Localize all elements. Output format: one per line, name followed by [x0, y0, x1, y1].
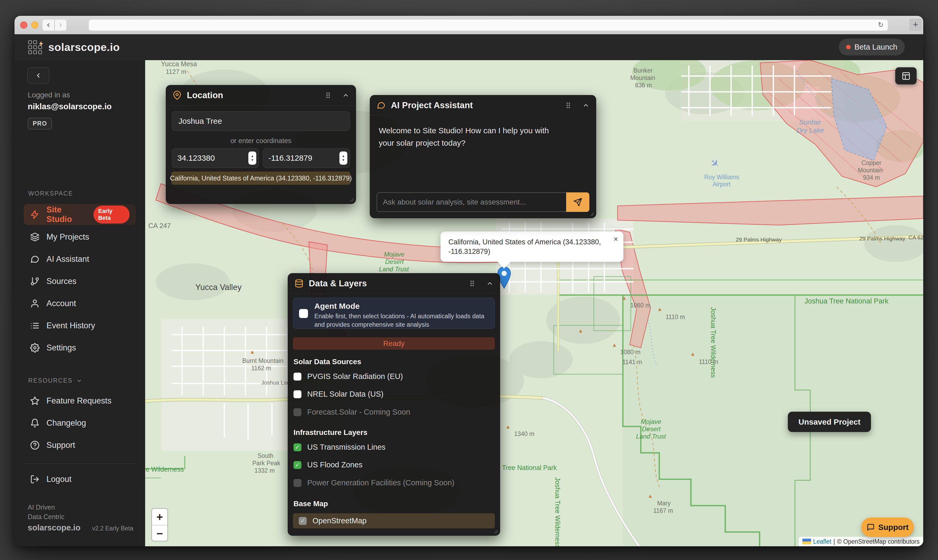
star-icon [30, 396, 40, 406]
checkbox-row-nrel[interactable]: NREL Solar Data (US) [294, 390, 383, 398]
infrastructure-layers-heading: Infrastructure Layers [294, 428, 368, 437]
sidebar-item-site-studio[interactable]: Site Studio Early Beta [24, 204, 136, 225]
layout-panel-icon [901, 72, 911, 80]
lightning-icon [30, 210, 40, 219]
ukraine-flag-icon [802, 538, 811, 545]
divider [24, 463, 136, 464]
sidebar-item-label: Settings [46, 343, 76, 352]
zoom-out-button[interactable]: − [152, 525, 167, 542]
sidebar-item-label: Changelog [46, 418, 86, 428]
resize-handle[interactable] [589, 211, 594, 216]
checkbox-checked-icon[interactable] [294, 443, 301, 451]
beta-launch-badge: Beta Launch [839, 38, 905, 55]
checkbox-row-flood-zones[interactable]: US Flood Zones [294, 460, 363, 469]
browser-back-button[interactable] [42, 19, 54, 31]
geocode-result[interactable]: California, United States of America (34… [171, 172, 351, 185]
latitude-input[interactable]: 34.123380 [172, 148, 259, 168]
minimize-window-button[interactable] [31, 22, 38, 29]
help-circle-icon [30, 440, 40, 450]
checkbox-row-transmission-lines[interactable]: US Transmission Lines [294, 443, 386, 452]
footer-version: v2.2 Early Beta [92, 525, 133, 532]
send-icon [573, 198, 582, 207]
chevron-down-icon [76, 378, 82, 384]
assistant-input-row [377, 192, 589, 212]
drag-handle-icon[interactable] [566, 102, 570, 108]
sidebar-item-label: Support [46, 440, 75, 450]
sidebar-item-support[interactable]: Support [24, 435, 136, 456]
sidebar: Logged in as niklas@solarscope.io PRO WO… [14, 60, 145, 546]
assistant-message-input[interactable] [377, 192, 566, 212]
footer-tagline-2: Data Centric [28, 512, 133, 522]
collapse-panel-button[interactable] [486, 280, 493, 287]
collapse-panel-button[interactable] [342, 92, 349, 99]
close-icon[interactable]: × [614, 235, 618, 243]
location-search-input[interactable] [172, 111, 350, 131]
collapse-sidebar-button[interactable] [27, 67, 49, 84]
checkbox-checked-icon[interactable] [294, 461, 301, 469]
close-window-button[interactable] [20, 22, 28, 29]
solarscope-logo-icon [28, 40, 43, 55]
panel-layout-toggle-button[interactable] [895, 67, 916, 85]
sidebar-item-account[interactable]: Account [24, 293, 136, 314]
sidebar-item-label: Logout [46, 474, 72, 484]
data-layers-panel-header[interactable]: Data & Layers [288, 273, 500, 294]
collapse-panel-button[interactable] [583, 102, 589, 109]
sidebar-item-label: Account [46, 299, 76, 308]
bell-icon [30, 418, 40, 428]
sidebar-item-my-projects[interactable]: My Projects [24, 226, 136, 248]
agent-mode-description: Enable first, then select locations - AI… [314, 312, 486, 329]
leaflet-link[interactable]: Leaflet [813, 538, 831, 545]
workspace-section-label: WORKSPACE [28, 190, 73, 197]
drag-handle-icon[interactable] [326, 92, 330, 98]
reload-icon[interactable]: ↻ [878, 21, 884, 29]
checkbox-row-pvgis[interactable]: PVGIS Solar Radiation (EU) [294, 372, 403, 381]
number-stepper[interactable] [248, 151, 256, 165]
agent-mode-card: Agent Mode Enable first, then select loc… [293, 298, 495, 329]
sidebar-item-label: Event History [46, 321, 95, 331]
sidebar-item-label: My Projects [46, 232, 89, 242]
osm-attribution[interactable]: © OpenStreetMap contributors [837, 538, 920, 545]
gear-icon [30, 343, 40, 352]
agent-mode-checkbox[interactable] [299, 309, 308, 318]
browser-forward-button[interactable] [55, 19, 67, 31]
sidebar-item-event-history[interactable]: Event History [24, 315, 136, 336]
send-message-button[interactable] [566, 192, 589, 212]
drag-handle-icon[interactable] [470, 280, 474, 286]
attribution-separator: | [833, 538, 835, 545]
resize-handle[interactable] [349, 197, 354, 202]
checkbox-icon[interactable] [294, 372, 301, 380]
checkbox-icon[interactable] [294, 390, 301, 398]
chat-bubble-icon [377, 101, 386, 110]
chat-bubble-icon [867, 523, 875, 531]
checkbox-checked-icon[interactable] [299, 517, 307, 525]
user-icon [30, 299, 40, 308]
chevron-left-icon [35, 72, 42, 79]
sidebar-item-sources[interactable]: Sources [24, 271, 136, 292]
sidebar-item-settings[interactable]: Settings [24, 337, 136, 358]
sidebar-item-logout[interactable]: Logout [24, 469, 136, 490]
support-floating-button[interactable]: Support [861, 517, 914, 537]
agent-mode-title: Agent Mode [314, 302, 360, 311]
footer-brand: solarscope.io [28, 523, 80, 532]
number-stepper[interactable] [340, 151, 348, 165]
or-enter-coordinates-label: or enter coordinates [166, 137, 356, 145]
map-attribution: Leaflet | © OpenStreetMap contributors [799, 537, 923, 546]
map-popup: California, United States of America (34… [440, 231, 623, 262]
sidebar-footer: AI Driven Data Centric solarscope.io v2.… [28, 503, 133, 533]
location-panel-header[interactable]: Location [166, 85, 356, 106]
sidebar-item-ai-assistant[interactable]: AI Assistant [24, 249, 136, 270]
ai-panel-header[interactable]: AI Project Assistant [370, 95, 596, 115]
sidebar-item-feature-requests[interactable]: Feature Requests [24, 390, 136, 411]
map-zoom-control: + − [151, 508, 168, 542]
unsaved-project-button[interactable]: Unsaved Project [788, 412, 871, 432]
sidebar-item-changelog[interactable]: Changelog [24, 412, 136, 434]
new-tab-button[interactable]: + [909, 18, 922, 31]
basemap-row-openstreetmap[interactable]: OpenStreetMap [293, 513, 495, 528]
sidebar-item-label: AI Assistant [46, 254, 89, 264]
resize-handle[interactable] [493, 528, 498, 534]
resources-section-label[interactable]: RESOURCES [28, 377, 82, 384]
address-bar[interactable]: ↻ [88, 19, 888, 31]
list-icon [30, 321, 40, 331]
longitude-input[interactable]: -116.312879 [263, 148, 350, 168]
zoom-in-button[interactable]: + [152, 509, 167, 525]
